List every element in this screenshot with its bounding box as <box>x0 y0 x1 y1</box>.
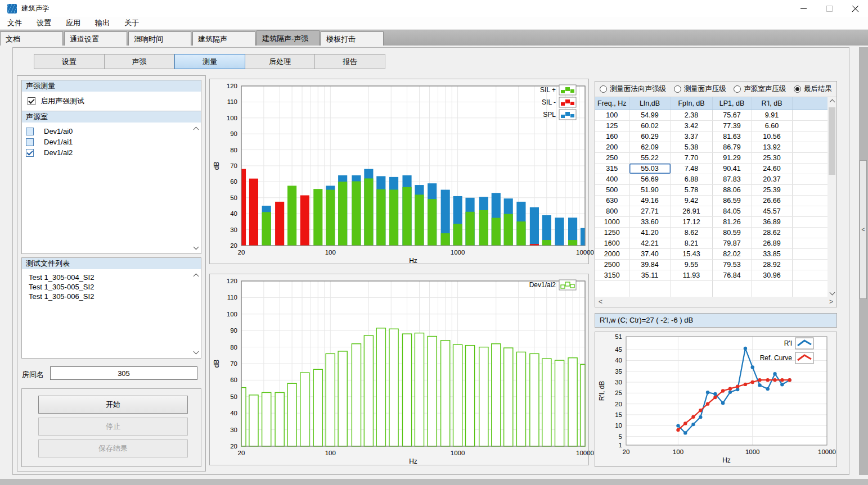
table-cell[interactable]: 7.70 <box>671 153 712 164</box>
table-cell[interactable]: 33.85 <box>752 249 792 260</box>
table-cell[interactable] <box>792 142 827 153</box>
table-cell[interactable]: 86.59 <box>712 196 752 206</box>
table-cell[interactable] <box>792 238 827 249</box>
table-cell[interactable]: 45.57 <box>752 206 792 217</box>
table-cell[interactable]: 5.78 <box>671 185 712 196</box>
start-button[interactable]: 开始 <box>38 396 188 414</box>
table-cell[interactable]: 15.43 <box>671 249 712 260</box>
table-cell[interactable]: 2000 <box>595 249 629 260</box>
table-cell[interactable]: 8.21 <box>671 238 712 249</box>
table-cell[interactable] <box>792 153 827 164</box>
table-cell[interactable]: 7.48 <box>671 164 712 174</box>
table-cell[interactable]: 1600 <box>595 238 629 249</box>
table-cell[interactable]: 6.88 <box>671 174 712 185</box>
result-view-radio-0[interactable]: 测量面法向声强级 <box>600 84 666 94</box>
table-cell[interactable] <box>792 249 827 260</box>
enable-intensity-checkbox[interactable] <box>28 97 35 105</box>
table-cell[interactable]: 56.69 <box>629 174 671 185</box>
table-cell[interactable]: 24.60 <box>752 164 792 174</box>
table-cell[interactable]: 25.39 <box>752 185 792 196</box>
menu-item-settings[interactable]: 设置 <box>29 17 59 29</box>
tab-document[interactable]: 文档 <box>0 31 63 46</box>
table-cell[interactable]: 27.71 <box>629 206 671 217</box>
table-cell[interactable]: 35.11 <box>629 270 671 281</box>
table-cell[interactable]: 20.37 <box>752 174 792 185</box>
table-cell[interactable]: 400 <box>595 174 629 185</box>
table-cell[interactable]: 26.89 <box>752 238 792 249</box>
table-cell[interactable]: 60.29 <box>629 132 671 142</box>
table-cell[interactable] <box>792 217 827 228</box>
table-cell[interactable]: 86.79 <box>712 142 752 153</box>
table-cell[interactable] <box>792 228 827 238</box>
table-cell[interactable]: 62.09 <box>629 142 671 153</box>
channel-checkbox[interactable] <box>26 149 34 157</box>
scroll-down-arrow[interactable] <box>193 349 199 355</box>
table-cell[interactable]: 55.22 <box>629 153 671 164</box>
tab-floor-impact[interactable]: 楼板打击 <box>321 31 384 46</box>
table-cell[interactable] <box>792 121 827 132</box>
table-cell[interactable]: 26.66 <box>752 196 792 206</box>
subtab-measure[interactable]: 测量 <box>174 54 245 69</box>
table-cell[interactable]: 81.63 <box>712 132 752 142</box>
scroll-up-arrow[interactable] <box>193 273 199 278</box>
table-cell[interactable]: 200 <box>595 142 629 153</box>
test-file-item[interactable]: Test 1_305-005_SI2 <box>22 282 201 292</box>
table-cell[interactable]: 9.42 <box>671 196 712 206</box>
table-cell[interactable]: 2.38 <box>671 110 712 121</box>
test-file-item[interactable]: Test 1_305-004_SI2 <box>22 273 201 282</box>
menu-item-file[interactable]: 文件 <box>0 17 29 29</box>
table-cell[interactable] <box>792 174 827 185</box>
stop-button[interactable]: 停止 <box>38 418 188 436</box>
table-horizontal-scrollbar[interactable]: < > <box>595 297 836 307</box>
table-cell[interactable]: 84.05 <box>712 206 752 217</box>
subtab-setup[interactable]: 设置 <box>34 54 105 69</box>
menu-item-about[interactable]: 关于 <box>117 17 146 29</box>
table-cell[interactable]: 9.55 <box>671 260 712 270</box>
table-cell[interactable] <box>792 110 827 121</box>
scroll-left-arrow[interactable]: < <box>599 297 602 307</box>
table-cell[interactable]: 41.20 <box>629 228 671 238</box>
table-cell[interactable] <box>792 206 827 217</box>
table-cell[interactable]: 3.42 <box>671 121 712 132</box>
table-cell[interactable]: 10.56 <box>752 132 792 142</box>
table-cell[interactable]: 17.12 <box>671 217 712 228</box>
tab-building-insulation[interactable]: 建筑隔声 <box>192 31 255 46</box>
table-cell[interactable] <box>792 185 827 196</box>
tab-building-insulation-intensity[interactable]: 建筑隔声-声强 <box>257 30 320 46</box>
test-file-item[interactable]: Test 1_305-006_SI2 <box>22 292 201 301</box>
table-cell[interactable]: 90.41 <box>712 164 752 174</box>
expand-panel-button[interactable]: < <box>860 160 867 299</box>
table-cell[interactable]: 630 <box>595 196 629 206</box>
channel-item[interactable]: Dev1/ai1 <box>22 137 201 147</box>
subtab-intensity[interactable]: 声强 <box>105 54 175 69</box>
table-cell[interactable]: 3.37 <box>671 132 712 142</box>
table-cell[interactable]: 60.02 <box>629 121 671 132</box>
table-cell[interactable]: 250 <box>595 153 629 164</box>
table-cell[interactable]: 1000 <box>595 217 629 228</box>
table-cell[interactable]: 13.92 <box>752 142 792 153</box>
table-cell[interactable]: 6.60 <box>752 121 792 132</box>
table-cell[interactable]: 49.16 <box>629 196 671 206</box>
scroll-up-arrow[interactable] <box>827 97 836 105</box>
table-cell[interactable]: 8.62 <box>671 228 712 238</box>
minimize-button[interactable] <box>790 0 816 17</box>
channel-item[interactable]: Dev1/ai0 <box>22 126 201 137</box>
save-results-button[interactable]: 保存结果 <box>38 439 188 457</box>
result-view-radio-3[interactable]: 最后结果 <box>794 84 832 94</box>
table-cell[interactable]: 160 <box>595 132 629 142</box>
scroll-down-arrow[interactable] <box>827 289 836 297</box>
scroll-down-arrow[interactable] <box>193 244 199 250</box>
channel-checkbox[interactable] <box>26 138 34 146</box>
channel-item[interactable]: Dev1/ai2 <box>22 147 201 158</box>
table-cell[interactable]: 82.02 <box>712 249 752 260</box>
table-cell[interactable]: 42.21 <box>629 238 671 249</box>
table-cell[interactable]: 28.62 <box>752 228 792 238</box>
table-cell[interactable]: 39.84 <box>629 260 671 270</box>
room-name-input[interactable] <box>50 366 197 380</box>
table-cell[interactable]: 2500 <box>595 260 629 270</box>
table-cell[interactable]: 80.59 <box>712 228 752 238</box>
menu-item-output[interactable]: 输出 <box>88 17 117 29</box>
scrollbar-thumb[interactable] <box>829 107 835 175</box>
table-cell[interactable]: 500 <box>595 185 629 196</box>
channel-checkbox[interactable] <box>26 128 34 135</box>
